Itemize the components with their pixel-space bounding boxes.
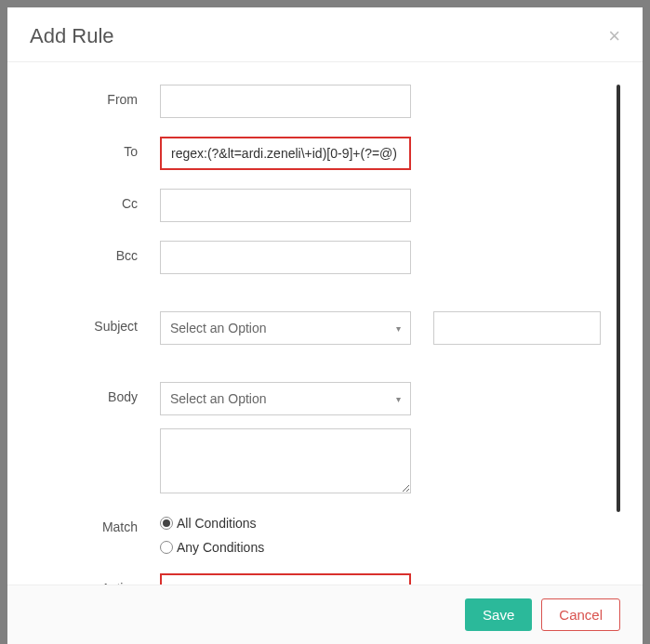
action-select-text: Update HelpDesk Response: [171, 583, 336, 585]
action-select[interactable]: Update HelpDesk Response: [160, 573, 411, 585]
body-textarea[interactable]: [160, 428, 411, 493]
modal-footer: Save Cancel: [7, 585, 643, 644]
bcc-label: Bcc: [30, 241, 160, 263]
match-label: Match: [30, 512, 160, 534]
to-label: To: [30, 137, 160, 159]
modal-body: From To Cc Bcc Subject: [7, 62, 643, 585]
match-any-label: Any Conditions: [177, 540, 264, 555]
body-select[interactable]: Select an Option: [160, 382, 411, 415]
cc-label: Cc: [30, 189, 160, 211]
subject-extra-input[interactable]: [433, 311, 601, 345]
body-select-text: Select an Option: [170, 391, 267, 406]
close-icon[interactable]: ×: [608, 26, 620, 46]
subject-label: Subject: [30, 311, 160, 334]
body-label: Body: [30, 382, 160, 404]
subject-select[interactable]: Select an Option: [160, 311, 411, 345]
match-radio-group: All Conditions Any Conditions: [160, 512, 264, 555]
add-rule-modal: Add Rule × From To Cc Bcc: [7, 7, 643, 644]
cc-input[interactable]: [160, 189, 411, 222]
match-all-label: All Conditions: [177, 516, 257, 531]
subject-select-text: Select an Option: [170, 321, 267, 335]
action-label: Action: [30, 573, 160, 585]
modal-header: Add Rule ×: [7, 7, 643, 62]
match-all-option[interactable]: All Conditions: [160, 516, 264, 531]
scrollbar[interactable]: [617, 85, 620, 512]
from-label: From: [30, 85, 160, 107]
from-input[interactable]: [160, 85, 411, 118]
to-input[interactable]: [160, 137, 411, 170]
radio-icon: [160, 517, 173, 530]
match-any-option[interactable]: Any Conditions: [160, 540, 264, 555]
bcc-input[interactable]: [160, 241, 411, 274]
modal-title: Add Rule: [30, 24, 114, 48]
cancel-button[interactable]: Cancel: [541, 598, 620, 631]
save-button[interactable]: Save: [465, 598, 532, 631]
radio-icon: [160, 541, 173, 554]
